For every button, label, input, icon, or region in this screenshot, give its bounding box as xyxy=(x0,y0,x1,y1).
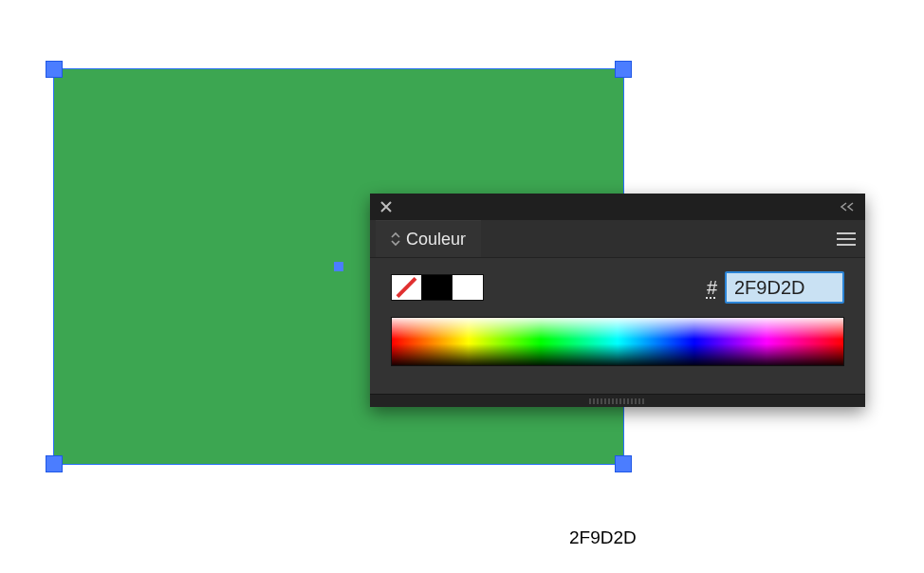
close-icon[interactable] xyxy=(378,198,395,215)
selection-handle-center[interactable] xyxy=(334,262,343,271)
tab-couleur[interactable]: Couleur xyxy=(376,220,481,257)
color-spectrum[interactable] xyxy=(391,317,844,366)
grip-icon xyxy=(589,398,646,404)
caption-text: 2F9D2D xyxy=(569,527,637,548)
panel-body: # xyxy=(370,258,865,394)
hamburger-icon xyxy=(837,232,856,246)
selection-handle-top-left[interactable] xyxy=(46,61,63,78)
swatch-row: # xyxy=(391,271,844,304)
swatch-black[interactable] xyxy=(422,275,453,300)
collapse-icon[interactable] xyxy=(837,198,858,215)
swatch-group xyxy=(391,274,484,301)
tab-label: Couleur xyxy=(406,230,466,250)
tab-cycle-icon[interactable] xyxy=(391,231,400,247)
panel-titlebar[interactable] xyxy=(370,194,865,220)
selection-handle-bottom-right[interactable] xyxy=(615,455,632,472)
selection-handle-top-right[interactable] xyxy=(615,61,632,78)
panel-resize-grip[interactable] xyxy=(370,394,865,407)
hex-hash-label: # xyxy=(707,277,717,299)
color-panel[interactable]: Couleur # xyxy=(370,194,865,407)
panel-tabbar: Couleur xyxy=(370,220,865,258)
swatch-none[interactable] xyxy=(392,275,422,300)
panel-menu-button[interactable] xyxy=(827,220,865,257)
selection-handle-bottom-left[interactable] xyxy=(46,455,63,472)
hex-input[interactable] xyxy=(725,271,844,304)
swatch-white[interactable] xyxy=(453,275,483,300)
